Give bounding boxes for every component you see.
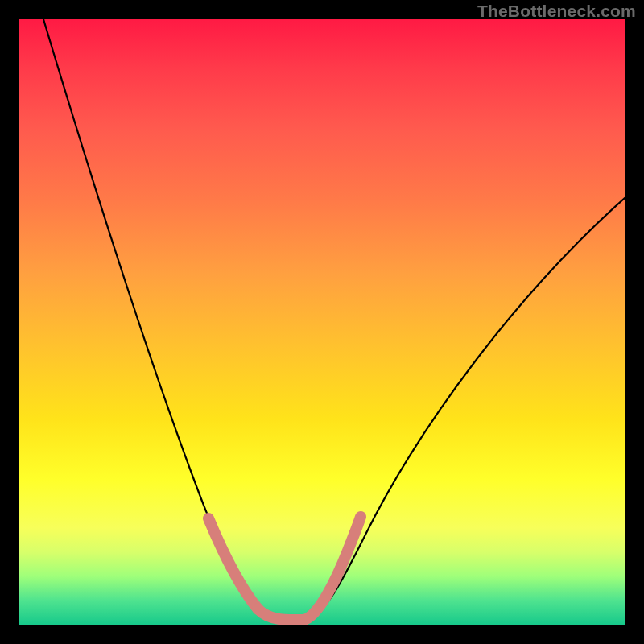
highlight-bottom bbox=[258, 609, 304, 620]
watermark-text: TheBottleneck.com bbox=[477, 2, 636, 21]
curve-left bbox=[43, 19, 255, 607]
bottleneck-curve-svg bbox=[19, 19, 625, 625]
highlight-left bbox=[208, 518, 258, 609]
curve-right bbox=[305, 198, 625, 620]
chart-plot-area bbox=[19, 19, 625, 625]
highlight-right bbox=[304, 517, 361, 620]
